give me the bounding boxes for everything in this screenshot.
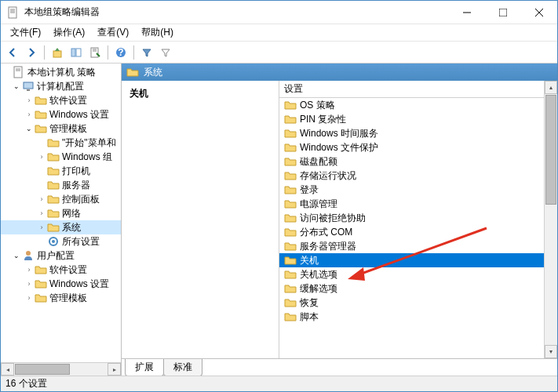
list-item[interactable]: 分布式 COM [279, 225, 544, 239]
collapse-icon[interactable]: ⌄ [24, 124, 34, 133]
tree-label: 所有设置 [62, 235, 100, 249]
list-item[interactable]: 访问被拒绝协助 [279, 211, 544, 225]
tree-start-menu[interactable]: "开始"菜单和 [1, 136, 121, 150]
tree-root[interactable]: 本地计算机 策略 [1, 65, 121, 79]
tree-user-config[interactable]: ⌄ 用户配置 [1, 249, 121, 263]
menu-bar: 文件(F) 操作(A) 查看(V) 帮助(H) [1, 24, 557, 42]
up-button[interactable] [49, 44, 66, 61]
list-item[interactable]: 关机选项 [279, 267, 544, 281]
scroll-track[interactable] [545, 94, 557, 345]
list-item[interactable]: 服务器管理器 [279, 239, 544, 253]
tree-label: 控制面板 [62, 193, 100, 206]
folder-icon [284, 268, 297, 281]
tree-label: 网络 [62, 207, 81, 220]
folder-icon [284, 127, 297, 140]
svg-point-22 [52, 240, 55, 243]
scroll-thumb[interactable] [545, 95, 556, 205]
policy-tree[interactable]: 本地计算机 策略 ⌄ 计算机配置 › 软件设置 › Windows 设置 ⌄ 管… [1, 64, 121, 362]
tree-network[interactable]: › 网络 [1, 206, 121, 220]
minimize-button[interactable] [449, 1, 485, 24]
list-item[interactable]: 电源管理 [279, 197, 544, 211]
folder-icon [284, 212, 297, 224]
tree-computer-config[interactable]: ⌄ 计算机配置 [1, 79, 121, 93]
expand-icon[interactable]: › [24, 293, 34, 303]
settings-list[interactable]: OS 策略PIN 复杂性Windows 时间服务Windows 文件保护磁盘配额… [279, 98, 544, 358]
svg-rect-8 [53, 51, 61, 57]
scroll-track[interactable] [14, 363, 108, 376]
list-item[interactable]: 存储运行状况 [279, 169, 544, 183]
folder-icon [284, 240, 297, 252]
svg-rect-19 [24, 82, 33, 89]
tree-label: Windows 组 [62, 151, 112, 164]
list-item[interactable]: 脚本 [279, 310, 544, 324]
spacer [37, 138, 46, 147]
settings-icon [47, 235, 60, 248]
list-item[interactable]: Windows 时间服务 [279, 126, 544, 140]
maximize-button[interactable] [485, 1, 521, 24]
list-item[interactable]: 关机 [279, 253, 544, 267]
list-item[interactable]: 缓解选项 [279, 281, 544, 296]
scroll-up-button[interactable]: ▴ [545, 81, 557, 94]
expand-icon[interactable]: › [24, 265, 34, 274]
scroll-right-button[interactable]: ▸ [108, 363, 121, 376]
list-item[interactable]: 恢复 [279, 296, 544, 310]
spacer [2, 67, 12, 77]
scroll-thumb[interactable] [15, 364, 70, 375]
filter-options-button[interactable] [157, 44, 174, 61]
tree-user-windows[interactable]: › Windows 设置 [1, 277, 121, 291]
svg-point-23 [26, 251, 31, 256]
expand-icon[interactable]: › [24, 96, 34, 105]
collapse-icon[interactable]: ⌄ [12, 251, 21, 260]
menu-action[interactable]: 操作(A) [47, 24, 91, 41]
expand-icon[interactable]: › [24, 279, 34, 289]
expand-icon[interactable]: › [24, 110, 34, 119]
show-hide-tree-button[interactable] [67, 44, 85, 61]
back-button[interactable] [4, 44, 21, 61]
collapse-icon[interactable]: ⌄ [12, 82, 21, 91]
list-item[interactable]: Windows 文件保护 [279, 140, 544, 154]
list-item[interactable]: OS 策略 [279, 98, 544, 112]
tree-servers[interactable]: 服务器 [1, 178, 121, 192]
list-item[interactable]: PIN 复杂性 [279, 112, 544, 126]
tree-software-settings[interactable]: › 软件设置 [1, 93, 121, 107]
scroll-left-button[interactable]: ◂ [1, 363, 14, 376]
tree-system[interactable]: › 系统 [1, 220, 121, 234]
folder-icon [35, 263, 47, 276]
tree-hscrollbar[interactable]: ◂ ▸ [1, 362, 121, 376]
tab-standard[interactable]: 标准 [163, 359, 202, 376]
menu-help[interactable]: 帮助(H) [135, 24, 180, 41]
svg-rect-9 [71, 49, 75, 56]
expand-icon[interactable]: › [37, 152, 46, 162]
expand-icon[interactable]: › [37, 194, 46, 204]
tab-extended[interactable]: 扩展 [125, 359, 164, 376]
tree-windows-components[interactable]: › Windows 组 [1, 150, 121, 164]
filter-button[interactable] [138, 44, 155, 61]
view-tabs: 扩展 标准 [122, 358, 557, 376]
forward-button[interactable] [23, 44, 40, 61]
list-item-label: 分布式 COM [300, 226, 352, 239]
folder-icon [126, 66, 139, 78]
tree-control-panel[interactable]: › 控制面板 [1, 192, 121, 206]
close-button[interactable] [521, 1, 557, 24]
tree-all-settings[interactable]: 所有设置 [1, 234, 121, 249]
scroll-down-button[interactable]: ▾ [545, 345, 557, 358]
tree-windows-settings[interactable]: › Windows 设置 [1, 107, 121, 122]
list-item[interactable]: 登录 [279, 183, 544, 197]
tree-user-software[interactable]: › 软件设置 [1, 263, 121, 277]
menu-file[interactable]: 文件(F) [4, 24, 47, 41]
tree-printers[interactable]: 打印机 [1, 164, 121, 178]
tree-user-admin[interactable]: › 管理模板 [1, 291, 121, 305]
folder-icon [284, 310, 297, 323]
tree-label: 服务器 [62, 179, 90, 192]
help-button[interactable]: ? [112, 44, 129, 61]
settings-column-header[interactable]: 设置 [279, 81, 544, 98]
folder-icon [284, 296, 297, 309]
expand-icon[interactable]: › [37, 223, 46, 232]
content-vscrollbar[interactable]: ▴ ▾ [544, 81, 557, 358]
list-item-label: Windows 时间服务 [300, 127, 378, 140]
expand-icon[interactable]: › [37, 209, 46, 218]
menu-view[interactable]: 查看(V) [91, 24, 135, 41]
list-item[interactable]: 磁盘配额 [279, 154, 544, 169]
properties-button[interactable] [86, 44, 104, 61]
tree-admin-templates[interactable]: ⌄ 管理模板 [1, 122, 121, 136]
